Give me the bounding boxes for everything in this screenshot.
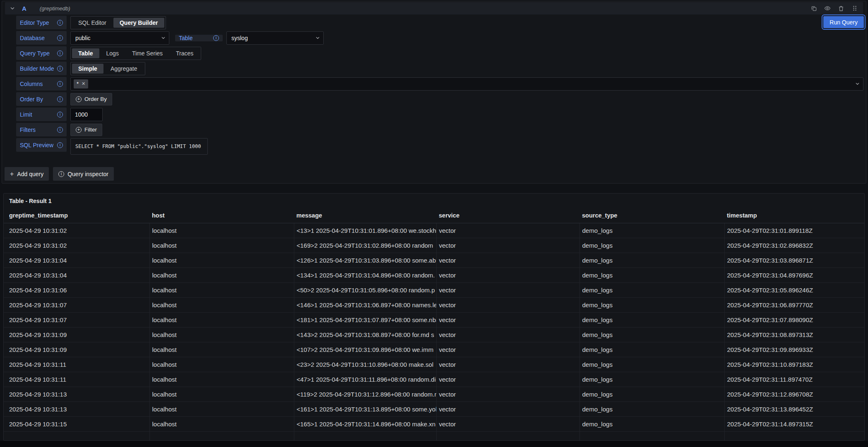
query-type-option-time-series[interactable]: Time Series [126,48,169,58]
column-header[interactable]: timestamp [724,208,864,223]
query-type-option-table[interactable]: Table [72,48,99,58]
column-header[interactable]: source_type [579,208,724,223]
table-cell: demo_logs [579,253,724,268]
info-icon[interactable]: i [57,35,63,41]
table-select[interactable]: syslog [226,31,324,45]
table-row: 2025-04-29 10:31:13localhost<119>2 2025-… [4,387,864,402]
add-filter-button[interactable]: + Filter [70,124,102,136]
info-icon[interactable]: i [57,81,63,87]
table-cell: 2025-04-29 10:31:09 [4,342,149,357]
table-cell: vector [436,372,579,387]
plus-icon: + [10,170,14,178]
builder-mode-option-simple[interactable]: Simple [72,64,103,74]
table-header-row: greptime_timestamp host message service … [4,208,864,223]
info-icon[interactable]: i [57,142,63,148]
editor-row-columns: Columns i * ✕ [16,77,863,91]
editor-row-database-table: Database i public Table i syslog [16,31,863,45]
columns-label: Columns i [16,77,67,91]
table-row: 2025-04-29 10:31:02localhost<169>2 2025-… [4,238,864,253]
query-editor-section: A (greptimedb) Run Query Editor Type i [2,1,866,184]
table-cell: 2025-04-29T02:31:08.897313Z [724,327,864,342]
order-by-label: Order By i [16,92,67,106]
limit-label: Limit i [16,108,67,121]
table-cell: 2025-04-29T02:31:10.897183Z [724,357,864,372]
table-cell: 2025-04-29T02:31:12.896708Z [724,387,864,402]
table-cell: 2025-04-29T02:31:09.896933Z [724,342,864,357]
table-cell: demo_logs [579,402,724,416]
limit-input[interactable] [70,108,103,121]
table-cell: vector [436,282,579,297]
table-cell: <146>1 2025-04-29T10:31:06.897+08:00 nam… [294,297,436,312]
table-cell: vector [436,402,579,416]
info-icon[interactable]: i [57,112,63,117]
remove-tag-icon[interactable]: ✕ [82,81,85,86]
table-cell: vector [436,268,579,282]
builder-mode-switch: Simple Aggregate [70,62,145,75]
query-inspector-button[interactable]: i Query inspector [53,167,114,181]
chevron-down-icon [161,36,166,40]
info-icon[interactable]: i [213,35,219,41]
table-cell: 2025-04-29T02:31:01.899118Z [724,223,864,238]
table-cell: 2025-04-29T02:31:11.897470Z [724,372,864,387]
table-cell: 2025-04-29 10:31:02 [4,223,149,238]
columns-multiselect[interactable]: * ✕ [70,77,863,91]
duplicate-icon[interactable] [810,5,817,12]
table-row: 2025-04-29 10:31:15localhost<165>1 2025-… [4,416,864,431]
table-cell: vector [436,342,579,357]
editor-row-order-by: Order By i + Order By [16,92,863,106]
query-row-header[interactable]: A (greptimedb) [5,2,863,14]
table-cell: demo_logs [579,238,724,253]
editor-type-option-query-builder[interactable]: Query Builder [113,18,164,28]
query-type-option-logs[interactable]: Logs [100,48,125,58]
table-cell [724,431,864,441]
add-order-by-button[interactable]: + Order By [70,93,112,105]
add-query-button[interactable]: + Add query [5,167,49,181]
datasource-name: (greptimedb) [40,5,70,12]
table-cell: localhost [149,253,294,268]
table-cell: 2025-04-29T02:31:07.898090Z [724,312,864,327]
table-cell: localhost [149,402,294,416]
table-cell: vector [436,312,579,327]
table-cell: localhost [149,372,294,387]
editor-type-option-sql-editor[interactable]: SQL Editor [72,18,113,28]
sql-preview-label: SQL Preview i [16,138,67,152]
drag-handle-icon[interactable] [851,5,858,12]
info-icon[interactable]: i [57,127,63,133]
table-cell: localhost [149,282,294,297]
editor-type-label: Editor Type i [16,16,67,29]
collapse-chevron-icon[interactable] [10,6,15,11]
table-cell: demo_logs [579,297,724,312]
table-cell: <50>2 2025-04-29T10:31:05.896+08:00 rand… [294,282,436,297]
result-table: greptime_timestamp host message service … [4,208,864,441]
chevron-down-icon [315,36,320,40]
column-header[interactable]: service [436,208,579,223]
table-cell: localhost [149,268,294,282]
column-header[interactable]: host [149,208,294,223]
query-builder-rows: Editor Type i SQL Editor Query Builder D… [16,16,863,155]
info-circle-icon: i [58,171,64,177]
info-icon[interactable]: i [57,96,63,102]
table-row: 2025-04-29 10:31:07localhost<146>1 2025-… [4,297,864,312]
column-header[interactable]: message [294,208,436,223]
editor-row-query-type: Query Type i Table Logs Time Series Trac… [16,46,863,60]
info-icon[interactable]: i [57,20,63,26]
table-cell [4,431,149,441]
table-cell: <134>1 2025-04-29T10:31:04.896+08:00 ran… [294,268,436,282]
table-cell: 2025-04-29 10:31:11 [4,357,149,372]
table-cell: 2025-04-29 10:31:02 [4,238,149,253]
query-type-option-traces[interactable]: Traces [170,48,200,58]
eye-icon[interactable] [824,5,831,12]
table-cell: <119>2 2025-04-29T10:31:12.896+08:00 ran… [294,387,436,402]
table-cell: 2025-04-29 10:31:13 [4,387,149,402]
info-icon[interactable]: i [57,50,63,56]
column-header[interactable]: greptime_timestamp [4,208,149,223]
table-cell: localhost [149,357,294,372]
trash-icon[interactable] [838,5,844,12]
builder-mode-option-aggregate[interactable]: Aggregate [104,64,144,74]
info-icon[interactable]: i [57,66,63,72]
query-type-label: Query Type i [16,46,67,60]
table-cell: <107>2 2025-04-29T10:31:09.896+08:00 we.… [294,342,436,357]
database-select[interactable]: public [70,31,169,45]
editor-row-sql-preview: SQL Preview i SELECT * FROM "public"."sy… [16,138,863,155]
table-cell: vector [436,253,579,268]
